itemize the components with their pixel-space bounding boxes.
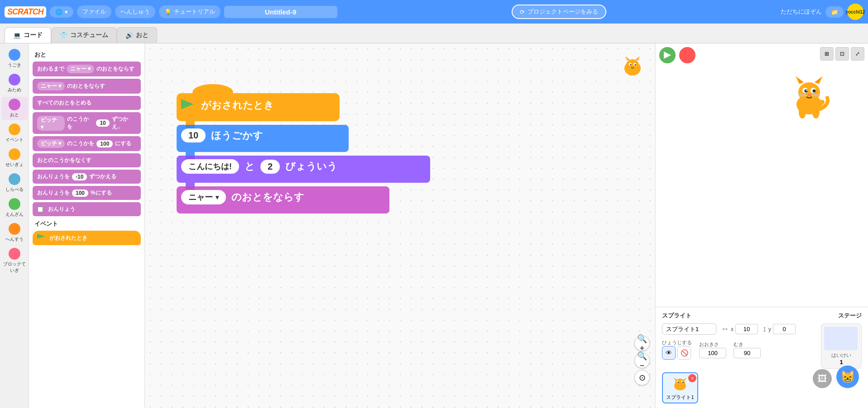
block-change-pitch[interactable]: ピッチ ▾ のこうかを 10 ずつかえ.. [33, 112, 141, 134]
variables-dot [9, 223, 20, 235]
svg-rect-13 [186, 150, 195, 156]
block-set-volume[interactable]: おんりょうを 100 %にする [33, 186, 141, 200]
show-label: ひょうじする 👁 🚫 [662, 339, 692, 360]
operators-label: えんざん [5, 211, 24, 218]
show-button[interactable]: 👁 [662, 346, 676, 360]
block-play-sound[interactable]: ニャー ▾ のおとをならす [33, 79, 141, 94]
say-block[interactable]: こんにちは! と 2 びょういう [172, 156, 435, 188]
say-text: びょういう [285, 160, 337, 173]
file-menu-button[interactable]: ファイル [77, 5, 111, 18]
sensing-label: しらべる [5, 186, 24, 193]
sprite-section-label: スプライト [662, 312, 691, 320]
sound-block[interactable]: ニャー ▾ のおとをならす [172, 186, 435, 219]
palette-operators[interactable]: えんざん [1, 196, 28, 219]
block-change-volume[interactable]: おんりょうを -10 ずつかえる [33, 170, 141, 184]
myblocks-label: ブロックていぎ [2, 261, 27, 274]
add-sprite-button[interactable]: 😸 [836, 365, 859, 388]
palette-control[interactable]: せいぎょ [1, 147, 28, 170]
control-label: せいぎょ [5, 161, 24, 168]
move-block[interactable]: 10 ほうごかす [172, 125, 435, 157]
events-dot [9, 123, 20, 135]
hat-block[interactable]: がおされたとき [172, 84, 435, 127]
block-volume-reporter[interactable]: おんりょう [33, 202, 141, 216]
sprites-list: × スプライト1 [662, 372, 862, 403]
lightbulb-icon: 💡 [164, 9, 172, 15]
motion-label: うごき [8, 62, 21, 68]
svg-point-45 [682, 382, 684, 383]
svg-point-1 [626, 59, 639, 71]
myblocks-dot [9, 248, 20, 260]
sound-icon: 🔊 [125, 32, 133, 39]
main-area: うごき みため おと イベント せいぎょ しらべる えんざん へんすう [0, 43, 868, 408]
save-label: ただちにほぞん [781, 8, 822, 16]
tab-sound[interactable]: 🔊 おと [117, 27, 157, 43]
direction-input[interactable] [734, 348, 761, 358]
scratch-logo[interactable]: SCRATCH [5, 6, 46, 18]
sound-dot [9, 99, 20, 110]
sound-dropdown[interactable]: ニャー ▾ [181, 190, 226, 204]
x-coord-input[interactable] [735, 324, 758, 334]
event-flag-block[interactable]: がおされたとき [33, 231, 141, 245]
green-flag-button[interactable] [659, 47, 676, 63]
volume-checkbox[interactable] [37, 206, 43, 213]
say-secs[interactable]: 2 [260, 160, 280, 174]
project-title-input[interactable] [224, 6, 337, 18]
canvas-area[interactable]: がおされたとき 10 ほうごかす [145, 43, 655, 408]
y-coord-input[interactable] [773, 324, 796, 334]
folder-button[interactable]: 📁 [825, 6, 844, 18]
events-label: イベント [5, 137, 24, 143]
size-input[interactable] [699, 348, 726, 358]
layout-small-button[interactable]: ⊞ [820, 47, 834, 61]
green-flag-icon [664, 52, 671, 59]
palette-motion[interactable]: うごき [1, 47, 28, 70]
palette-variables[interactable]: へんすう [1, 221, 28, 244]
stop-button[interactable] [679, 47, 695, 63]
block-clear-effects[interactable]: おとのこうかをなくす [33, 153, 141, 167]
tutorial-button[interactable]: 💡 チュートリアル [159, 5, 221, 18]
sprite-info-row: ↔ x ↕ y [662, 323, 816, 335]
palette-sound[interactable]: おと [1, 97, 28, 120]
layout-fullscreen-button[interactable]: ⤢ [851, 47, 864, 61]
say-value[interactable]: こんにちは! [181, 159, 239, 174]
add-stage-icon: 🖼 [818, 374, 827, 384]
zoom-out-button[interactable]: 🔍− [634, 353, 650, 368]
control-dot [9, 148, 20, 160]
edit-menu-button[interactable]: へんしゅう [115, 5, 155, 18]
flag-icon-small [37, 234, 45, 242]
palette-sensing[interactable]: しらべる [1, 171, 28, 195]
stage-controls [659, 47, 695, 63]
zoom-out-icon: 🔍− [635, 351, 649, 370]
script-container: がおされたとき 10 ほうごかす [172, 84, 435, 219]
move-value[interactable]: 10 [181, 128, 206, 142]
palette-events[interactable]: イベント [1, 122, 28, 145]
layout-medium-button[interactable]: ⊡ [835, 47, 849, 61]
zoom-reset-button[interactable]: ⊙ [634, 370, 650, 385]
block-stop-all-sounds[interactable]: すべてのおとをとめる [33, 96, 141, 110]
block-set-pitch[interactable]: ピッチ ▾ のこうかを 100 にする [33, 136, 141, 151]
block-play-until-done[interactable]: おわるまで ニャー ▾ のおとをならす [33, 62, 141, 76]
svg-point-7 [635, 64, 636, 66]
costume-icon: 👕 [60, 32, 67, 39]
sprite-delete-button[interactable]: × [688, 374, 696, 382]
tabbar: 💻 コード 👕 コスチューム 🔊 おと [0, 24, 868, 43]
palette-myblocks[interactable]: ブロックていぎ [1, 246, 28, 275]
topbar: SCRATCH 🌐 ▾ ファイル へんしゅう 💡 チュートリアル ⟳ プロジェク… [0, 0, 868, 24]
sprite-thumb-1[interactable]: × スプライト1 [662, 372, 698, 403]
svg-marker-2 [625, 56, 630, 61]
tab-code[interactable]: 💻 コード [5, 27, 51, 43]
add-stage-button[interactable]: 🖼 [813, 369, 832, 388]
palette-looks[interactable]: みため [1, 72, 28, 95]
user-avatar[interactable]: yocchi12 [847, 4, 863, 20]
zoom-in-button[interactable]: 🔍+ [634, 336, 650, 351]
stage-layout-buttons: ⊞ ⊡ ⤢ [820, 47, 864, 61]
zoom-in-icon: 🔍+ [635, 334, 649, 353]
hide-button[interactable]: 🚫 [677, 346, 691, 360]
zoom-reset-icon: ⊙ [639, 373, 646, 383]
globe-button[interactable]: 🌐 ▾ [50, 6, 73, 18]
svg-point-20 [798, 82, 820, 102]
variables-label: へんすう [5, 236, 24, 242]
svg-point-6 [630, 64, 632, 66]
sprite-name-input[interactable] [662, 323, 716, 335]
project-page-button[interactable]: ⟳ プロジェクトページをみる [512, 5, 606, 19]
tab-costume[interactable]: 👕 コスチューム [51, 27, 117, 43]
